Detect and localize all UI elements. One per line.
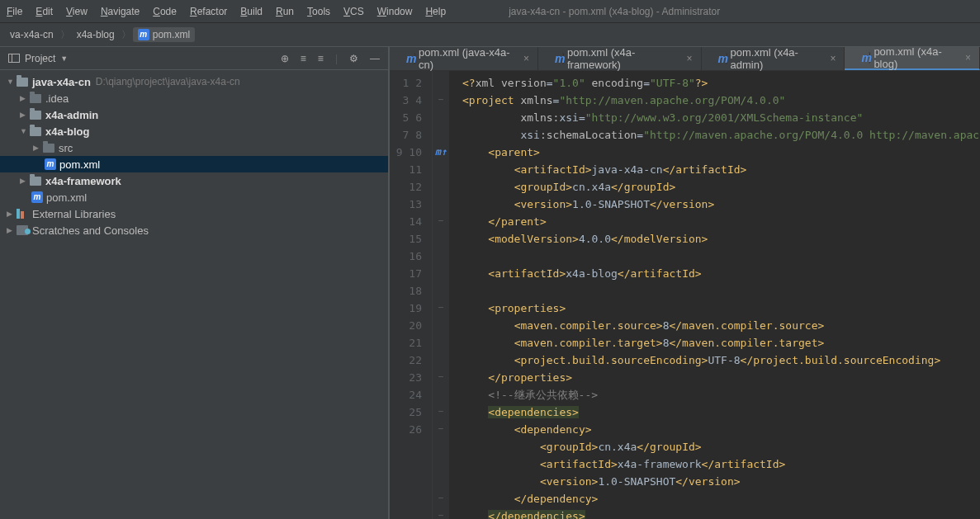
tab-label: pom.xml (x4a-framework) <box>567 47 680 71</box>
project-toolbar: Project ▼ ⊕ ≡ ≡ | ⚙ — <box>0 47 388 70</box>
editor-tabs: mpom.xml (java-x4a-cn)×mpom.xml (x4a-fra… <box>390 47 980 71</box>
maven-icon: m <box>710 53 727 64</box>
menu-build[interactable]: Build <box>240 6 263 17</box>
tree-label: pom.xml <box>46 191 87 204</box>
project-panel: Project ▼ ⊕ ≡ ≡ | ⚙ — ▼java-x4a-cnD:\qia… <box>0 47 390 519</box>
menu-tools[interactable]: Tools <box>307 6 330 17</box>
folder-icon <box>30 177 41 186</box>
menu-view[interactable]: View <box>66 6 88 17</box>
maven-icon: m <box>138 29 149 40</box>
gear-icon[interactable]: ⚙ <box>349 53 358 64</box>
tree-item-root-pom[interactable]: mpom.xml <box>0 189 388 205</box>
code-content[interactable]: <?xml version="1.0" encoding="UTF-8"?> <… <box>449 71 980 519</box>
maven-icon: m <box>398 53 415 64</box>
tree-label: src <box>59 142 73 154</box>
expand-icon[interactable]: ≡ <box>318 53 324 64</box>
crumb-root[interactable]: va-x4a-cn <box>5 27 59 42</box>
close-icon[interactable]: × <box>965 52 971 64</box>
menu-window[interactable]: Window <box>377 6 413 17</box>
tree-label: .idea <box>45 92 69 105</box>
project-tree: ▼java-x4a-cnD:\qiang\project\java\java-x… <box>0 70 388 519</box>
menu-help[interactable]: Help <box>425 6 446 17</box>
maven-icon: m <box>45 158 56 170</box>
tree-item-blog-pom[interactable]: mpom.xml <box>0 156 388 172</box>
menu-vcs[interactable]: VCS <box>343 6 364 17</box>
code-editor[interactable]: 1 2 3 4 5 6 7 8 9 10 11 12 13 14 15 16 1… <box>390 71 980 519</box>
library-icon <box>17 209 28 219</box>
fold-gutter: ─m↑─────── <box>433 71 449 519</box>
breadcrumb: va-x4a-cn 〉 x4a-blog 〉 mpom.xml <box>0 23 980 47</box>
tree-label: External Libraries <box>32 208 116 220</box>
close-icon[interactable]: × <box>687 53 693 64</box>
tab-label: pom.xml (x4a-blog) <box>873 47 959 70</box>
crumb-module[interactable]: x4a-blog <box>72 27 120 42</box>
tree-label: x4a-admin <box>45 109 98 121</box>
editor-area: mpom.xml (java-x4a-cn)×mpom.xml (x4a-fra… <box>390 47 980 519</box>
project-view-icon <box>8 54 20 63</box>
menu-run[interactable]: Run <box>276 6 294 17</box>
maven-icon: m <box>31 191 43 203</box>
tree-item-ext-libraries[interactable]: ▶External Libraries <box>0 205 388 222</box>
editor-tab[interactable]: mpom.xml (x4a-framework)× <box>538 47 702 70</box>
folder-icon <box>30 94 41 103</box>
editor-tab[interactable]: mpom.xml (java-x4a-cn)× <box>390 47 538 70</box>
scratch-icon <box>17 225 28 235</box>
tree-item-src[interactable]: ▶src <box>0 139 388 156</box>
tree-item-blog[interactable]: ▼x4a-blog <box>0 123 388 139</box>
maven-icon: m <box>547 53 564 64</box>
locate-icon[interactable]: ⊕ <box>281 53 289 64</box>
tab-label: pom.xml (x4a-admin) <box>731 47 824 71</box>
project-label[interactable]: Project <box>25 53 55 64</box>
folder-icon <box>43 144 54 153</box>
tree-label: x4a-framework <box>45 175 121 187</box>
crumb-file-label: pom.xml <box>153 29 190 40</box>
folder-icon <box>17 78 28 87</box>
folder-icon <box>30 127 41 136</box>
crumb-file[interactable]: mpom.xml <box>133 27 195 43</box>
window-title: java-x4a-cn - pom.xml (x4a-blog) - Admin… <box>509 6 720 17</box>
menu-edit[interactable]: Edit <box>36 6 53 17</box>
close-icon[interactable]: × <box>830 53 836 64</box>
tree-label: pom.xml <box>59 158 100 171</box>
chevron-down-icon[interactable]: ▼ <box>60 54 68 63</box>
tree-item-admin[interactable]: ▶x4a-admin <box>0 106 388 123</box>
tree-label: x4a-blog <box>45 125 89 138</box>
menu-file[interactable]: File <box>7 6 22 17</box>
menu-navigate[interactable]: Navigate <box>101 6 140 17</box>
menu-bar: FileEditViewNavigateCodeRefactorBuildRun… <box>0 0 980 23</box>
menu-refactor[interactable]: Refactor <box>190 6 227 17</box>
tree-item-framework[interactable]: ▶x4a-framework <box>0 172 388 189</box>
tree-root-name: java-x4a-cn <box>32 76 91 88</box>
menu-code[interactable]: Code <box>153 6 177 17</box>
tree-label: Scratches and Consoles <box>32 224 149 237</box>
editor-tab[interactable]: mpom.xml (x4a-admin)× <box>702 47 845 70</box>
tab-label: pom.xml (java-x4a-cn) <box>419 47 517 71</box>
tree-item-scratches[interactable]: ▶Scratches and Consoles <box>0 222 388 238</box>
collapse-icon[interactable]: ≡ <box>301 53 306 64</box>
maven-icon: m <box>853 52 870 64</box>
editor-tab[interactable]: mpom.xml (x4a-blog)× <box>845 47 980 70</box>
folder-icon <box>30 111 41 120</box>
close-icon[interactable]: × <box>523 53 529 64</box>
tree-root[interactable]: ▼java-x4a-cnD:\qiang\project\java\java-x… <box>0 73 388 90</box>
hide-icon[interactable]: — <box>370 53 380 64</box>
tree-root-path: D:\qiang\project\java\java-x4a-cn <box>96 76 240 87</box>
tree-item-idea[interactable]: ▶.idea <box>0 90 388 106</box>
line-gutter: 1 2 3 4 5 6 7 8 9 10 11 12 13 14 15 16 1… <box>390 71 433 519</box>
chevron-right-icon: 〉 <box>121 28 131 42</box>
chevron-right-icon: 〉 <box>60 28 70 42</box>
